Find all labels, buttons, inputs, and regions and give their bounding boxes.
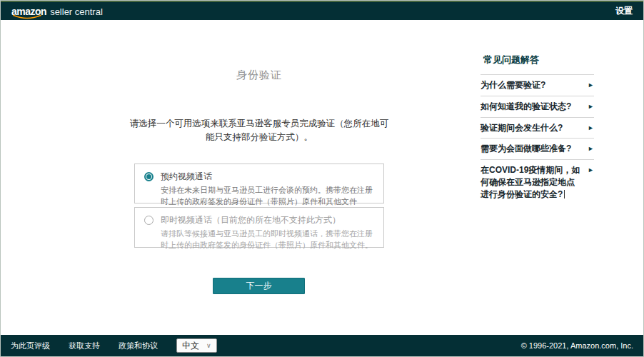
seller-central-label: seller central (50, 6, 103, 17)
faq-item-label: 验证期间会发生什么? (481, 122, 581, 134)
text-cursor (564, 190, 565, 198)
radio-unselected-icon[interactable] (144, 216, 154, 225)
footer-link-policies[interactable]: 政策和协议 (119, 341, 158, 351)
chevron-down-icon: ∨ (206, 342, 211, 349)
top-navbar: amazon seller central 设置 (1, 1, 643, 20)
copyright-text: © 1996-2021, Amazon.com, Inc. (521, 341, 633, 350)
option-description: 安排在未来日期与亚马逊员工进行会谈的预约。携带您在注册时上传的政府签发的身份证件… (161, 185, 375, 208)
settings-link[interactable]: 设置 (615, 5, 633, 17)
option-scheduled-video-call[interactable]: 预约视频通话 安排在未来日期与亚马逊员工进行会谈的预约。携带您在注册时上传的政府… (134, 164, 384, 203)
faq-item-meeting-preparation[interactable]: 需要为会面做哪些准备? ► (481, 139, 594, 160)
faq-item-covid-safety[interactable]: 在COVID-19疫情期间，如何确保在亚马逊指定地点进行身份验证的安全? ► (481, 160, 594, 204)
option-instant-video-call[interactable]: 即时视频通话（目前您的所在地不支持此方式） 请排队等候接通与亚马逊员工的即时视频… (134, 207, 384, 248)
option-description: 请排队等候接通与亚马逊员工的即时视频通话，携带您在注册时上传的由政府签发的身份证… (161, 228, 375, 251)
faq-sidebar: 常见问题解答 为什么需要验证? ► 如何知道我的验证状态? ► 验证期间会发生什… (481, 52, 594, 205)
faq-item-label: 为什么需要验证? (481, 79, 581, 91)
faq-item-label: 在COVID-19疫情期间，如何确保在亚马逊指定地点进行身份验证的安全? (481, 164, 581, 200)
language-dropdown[interactable]: 中文 ∨ (176, 338, 217, 353)
faq-title: 常见问题解答 (481, 52, 594, 75)
arrow-right-icon: ► (585, 101, 594, 110)
arrow-right-icon: ► (585, 143, 594, 152)
arrow-right-icon: ► (585, 122, 594, 131)
language-selected-value: 中文 (182, 340, 199, 352)
faq-item-why-verify[interactable]: 为什么需要验证? ► (481, 75, 594, 96)
faq-item-verification-status[interactable]: 如何知道我的验证状态? ► (481, 96, 594, 118)
arrow-right-icon: ► (585, 79, 594, 89)
amazon-smile-icon (12, 14, 42, 20)
faq-item-label: 如何知道我的验证状态? (481, 101, 581, 113)
option-title: 预约视频通话 (161, 171, 375, 183)
faq-item-label: 需要为会面做哪些准备? (481, 143, 581, 155)
faq-item-what-happens[interactable]: 验证期间会发生什么? ► (481, 118, 594, 139)
instruction-text: 请选择一个可用选项来联系亚马逊客服专员完成验证（您所在地可能只支持部分验证方式）… (129, 117, 390, 145)
page-title: 身份验证 (134, 69, 384, 82)
footer-bar: 为此页评级 获取支持 政策和协议 中文 ∨ © 1996-2021, Amazo… (1, 335, 643, 356)
option-title: 即时视频通话（目前您的所在地不支持此方式） (161, 214, 375, 226)
footer-link-get-support[interactable]: 获取支持 (69, 341, 100, 351)
radio-selected-icon[interactable] (144, 172, 154, 181)
footer-link-rate-page[interactable]: 为此页评级 (11, 341, 50, 351)
amazon-logo-text: amazon (11, 6, 46, 17)
identity-verification-page: { "topbar": { "logo_amazon": "amazon", "… (0, 0, 644, 357)
next-step-button[interactable]: 下一步 (213, 278, 305, 294)
arrow-right-icon: ► (585, 164, 594, 174)
amazon-seller-central-logo[interactable]: amazon seller central (11, 6, 103, 17)
